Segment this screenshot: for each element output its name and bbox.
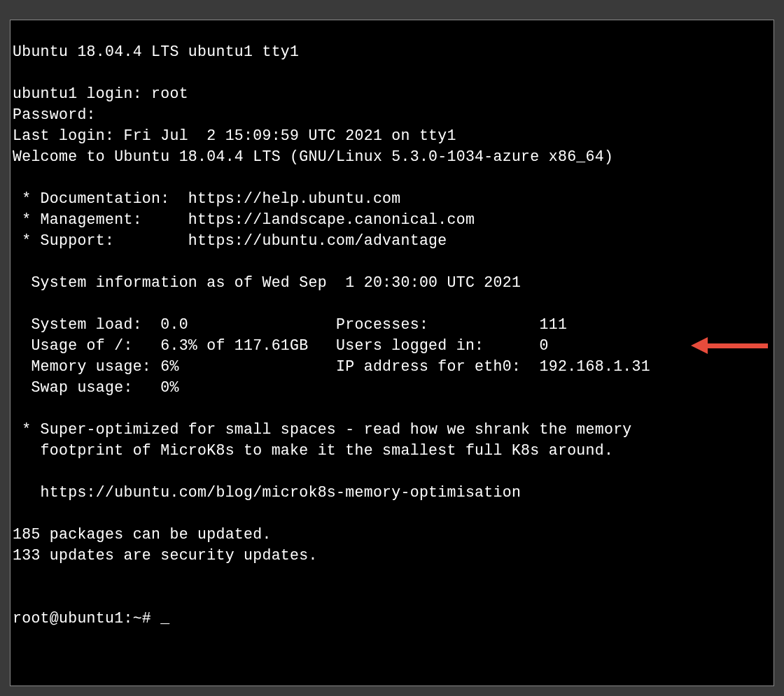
doc-url: https://help.ubuntu.com (188, 190, 401, 207)
promo-line-1: * Super-optimized for small spaces - rea… (13, 421, 632, 438)
cursor-icon: _ (160, 608, 169, 629)
stats-line-2: Usage of /: 6.3% of 117.61GB Users logge… (13, 337, 549, 354)
security-update: 133 updates are security updates. (13, 547, 318, 564)
login-user: root (151, 85, 188, 102)
welcome-line: Welcome to Ubuntu 18.04.4 LTS (GNU/Linux… (13, 148, 613, 165)
promo-line-2: footprint of MicroK8s to make it the sma… (13, 442, 613, 459)
login-prompt: ubuntu1 login: (13, 85, 151, 102)
mgmt-label: * Management: (13, 211, 188, 228)
terminal-content: Ubuntu 18.04.4 LTS ubuntu1 tty1 ubuntu1 … (13, 41, 771, 629)
support-label: * Support: (13, 232, 188, 249)
sysinfo-header: System information as of Wed Sep 1 20:30… (13, 274, 521, 291)
stats-line-1: System load: 0.0 Processes: 111 (13, 316, 567, 333)
shell-prompt[interactable]: root@ubuntu1:~# (13, 610, 160, 627)
annotation-arrow-icon (691, 337, 768, 354)
doc-label: * Documentation: (13, 190, 188, 207)
last-login: Last login: Fri Jul 2 15:09:59 UTC 2021 … (13, 127, 456, 144)
password-prompt: Password: (13, 106, 96, 123)
support-url: https://ubuntu.com/advantage (188, 232, 447, 249)
mgmt-url: https://landscape.canonical.com (188, 211, 475, 228)
packages-update: 185 packages can be updated. (13, 526, 272, 543)
promo-url: https://ubuntu.com/blog/microk8s-memory-… (13, 484, 521, 501)
terminal-window[interactable]: Ubuntu 18.04.4 LTS ubuntu1 tty1 ubuntu1 … (10, 20, 774, 686)
stats-line-3: Memory usage: 6% IP address for eth0: 19… (13, 358, 650, 375)
banner-line: Ubuntu 18.04.4 LTS ubuntu1 tty1 (13, 43, 299, 60)
stats-line-4: Swap usage: 0% (13, 379, 179, 396)
